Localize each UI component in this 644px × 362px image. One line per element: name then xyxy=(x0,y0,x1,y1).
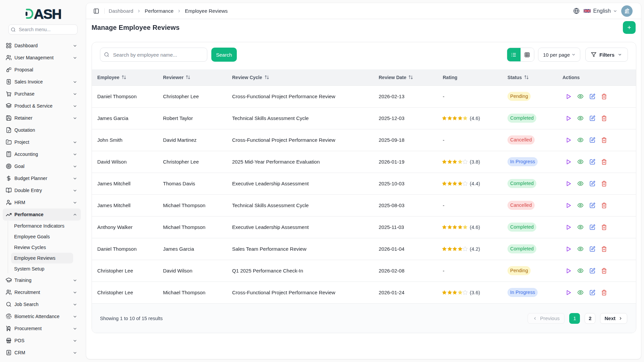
svg-text:ASH: ASH xyxy=(34,7,61,21)
